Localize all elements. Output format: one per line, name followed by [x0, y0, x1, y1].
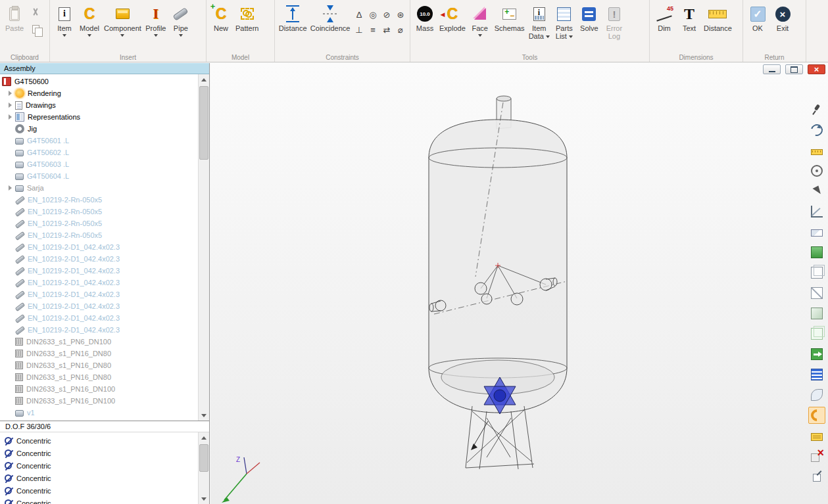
side-tool-button[interactable] [808, 305, 825, 322]
distance-constraint-button[interactable]: Distance [278, 2, 308, 49]
tree-item[interactable]: G4T50601 .L [0, 135, 198, 147]
constraint-list-item[interactable]: Concentric [0, 497, 198, 504]
side-tool-button[interactable] [808, 386, 825, 403]
side-tool-button[interactable] [808, 244, 825, 261]
tree-item[interactable]: Sarja [0, 182, 198, 194]
tree-item[interactable]: Rendering [0, 87, 198, 99]
tree-item[interactable]: EN_10219-2-D1_042.4x02.3 [0, 265, 198, 277]
angle-constraint-button[interactable]: Δ [353, 7, 366, 22]
pressure-vessel-model[interactable] [388, 89, 605, 484]
expand-arrow-icon[interactable] [5, 103, 15, 108]
dim-button[interactable]: 45 Dim [652, 2, 676, 49]
solve-button[interactable]: Solve [577, 2, 601, 49]
tree-item[interactable]: Representations [0, 111, 198, 123]
side-tool-button[interactable] [808, 203, 825, 220]
tree-item[interactable]: EN_10219-2-D1_042.4x02.3 [0, 312, 198, 324]
tangent-constraint-button[interactable]: ⊘ [380, 7, 393, 22]
tree-item[interactable]: DIN2633_s1_PN16_DN100 [0, 395, 198, 407]
side-tool-button[interactable] [808, 122, 825, 139]
side-tool-button[interactable] [808, 183, 825, 200]
scroll-down-arrow[interactable] [199, 410, 209, 421]
tree-item[interactable]: EN_10219-2-Rn-050x5 [0, 229, 198, 241]
tree-item[interactable]: DIN2633_s1_PN16_DN80 [0, 348, 198, 359]
tree-item[interactable]: Drawings [0, 99, 198, 111]
side-tool-button[interactable] [808, 264, 825, 281]
tree-item[interactable]: G4T50600 [0, 76, 198, 87]
explode-button[interactable]: Explode [438, 2, 467, 49]
side-tool-button[interactable] [808, 447, 825, 465]
item-data-button[interactable]: Item Data [527, 2, 551, 49]
face-button[interactable]: Face [468, 2, 492, 49]
coincidence-button[interactable]: Coincidence [309, 2, 351, 49]
side-tool-button[interactable] [808, 101, 825, 118]
tree-item[interactable]: EN_10219-2-D1_042.4x02.3 [0, 277, 198, 288]
side-tool-button[interactable] [808, 325, 825, 342]
tree-item[interactable]: DIN2633_s1_PN16_DN80 [0, 371, 198, 383]
expand-arrow-icon[interactable] [5, 185, 15, 191]
tree-item[interactable]: v1 [0, 407, 198, 419]
constraint-list-item[interactable]: Concentric [0, 434, 198, 447]
tree-item[interactable]: EN_10219-2-Rn-050x5 [0, 206, 198, 218]
tree-item[interactable]: G4T50603 .L [0, 158, 198, 170]
minimize-button[interactable] [763, 64, 781, 74]
constraint-list-item[interactable]: Concentric [0, 447, 198, 459]
cut-button[interactable] [28, 5, 43, 19]
side-tool-button[interactable] [808, 285, 825, 302]
side-tool-button[interactable] [808, 346, 825, 363]
model-button[interactable]: Model [78, 2, 101, 49]
perpendicular-constraint-button[interactable]: ⊥ [353, 22, 366, 37]
parallel-constraint-button[interactable]: ≡ [366, 22, 379, 37]
dof-scrollbar-thumb[interactable] [199, 444, 208, 472]
profile-button[interactable]: Profile [144, 2, 168, 49]
viewport-3d[interactable]: Z [210, 63, 828, 504]
mass-button[interactable]: 10.0 Mass [413, 2, 437, 49]
expand-arrow-icon[interactable] [5, 114, 15, 120]
ok-button[interactable]: OK [746, 2, 769, 49]
exit-button[interactable]: Exit [771, 2, 794, 49]
dof-scrollbar[interactable] [198, 432, 209, 504]
tree-item[interactable]: EN_10219-2-D1_042.4x02.3 [0, 241, 198, 253]
pipe-button[interactable]: Pipe [169, 2, 193, 49]
scroll-up-arrow[interactable] [199, 74, 209, 85]
parts-list-button[interactable]: Parts List [552, 2, 576, 49]
tree-item[interactable]: EN_10219-2-D1_042.4x02.3 [0, 253, 198, 265]
side-tool-button[interactable] [808, 366, 825, 383]
component-button[interactable]: Component [103, 2, 143, 49]
constraint-list-item[interactable]: Concentric [0, 484, 198, 497]
side-tool-button[interactable] [808, 142, 825, 159]
text-button[interactable]: Text [677, 2, 701, 49]
close-button[interactable] [808, 64, 825, 74]
expand-arrow-icon[interactable] [5, 91, 15, 96]
tree-item[interactable]: G4T50604 .L [0, 170, 198, 182]
constraint-list-item[interactable]: Concentric [0, 459, 198, 472]
schemas-button[interactable]: Schemas [493, 2, 526, 49]
tree-item[interactable]: EN_10219-2-Rn-050x5 [0, 218, 198, 229]
side-tool-button[interactable] [808, 223, 825, 241]
side-tool-button[interactable] [808, 162, 825, 179]
side-tool-button[interactable] [808, 468, 825, 485]
direction-constraint-button[interactable]: ⇄ [380, 22, 393, 37]
pattern-button[interactable]: Pattern [234, 2, 260, 49]
tree-scrollbar-thumb[interactable] [199, 86, 208, 160]
tree-item[interactable]: DIN2633_s1_PN16_DN80 [0, 359, 198, 371]
side-tool-button[interactable] [808, 427, 825, 444]
constraint-list-item[interactable]: Concentric [0, 472, 198, 484]
item-button[interactable]: Item [53, 2, 76, 49]
tree-item[interactable]: Jig [0, 123, 198, 135]
tree-item[interactable]: DIN2633_s1_PN6_DN100 [0, 336, 198, 348]
concentric-constraint-button[interactable]: ◎ [366, 7, 379, 22]
scroll-up-arrow[interactable] [199, 432, 209, 443]
scroll-down-arrow[interactable] [199, 493, 209, 504]
side-tool-button[interactable] [808, 407, 825, 424]
tree-item[interactable]: EN_10219-2-Rn-050x5 [0, 194, 198, 206]
paste-button[interactable]: Paste [3, 2, 26, 49]
maximize-button[interactable] [785, 64, 803, 74]
tree-item[interactable]: EN_10219-2-D1_042.4x02.3 [0, 300, 198, 312]
tree-item[interactable]: DIN2633_s1_PN16_DN100 [0, 383, 198, 395]
error-log-button[interactable]: Error Log [602, 2, 626, 49]
tree-item[interactable]: EN_10219-2-D1_042.4x02.3 [0, 288, 198, 300]
tree-scrollbar[interactable] [198, 74, 209, 421]
diameter-constraint-button[interactable]: ⌀ [394, 22, 407, 37]
new-button[interactable]: New [209, 2, 233, 49]
tree-item[interactable]: G4T50602 .L [0, 147, 198, 158]
